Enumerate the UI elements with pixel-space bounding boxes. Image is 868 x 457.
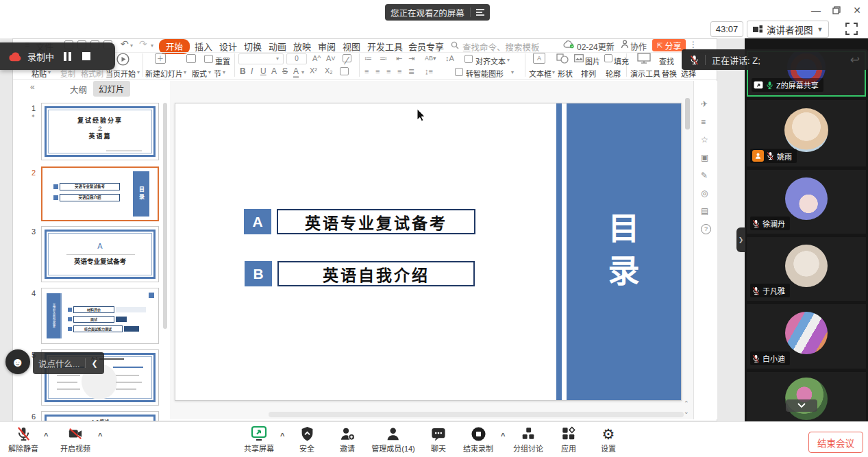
kebab-menu-icon[interactable]: ⋮ [689,40,697,49]
banner-menu-icon[interactable] [476,9,484,16]
char-spacing-button[interactable]: A [271,66,277,76]
ribbon-collapse-caret-icon[interactable]: ▾ [151,42,153,49]
canvas-vscrollbar[interactable] [685,98,690,129]
fill-button[interactable]: 填充 [614,55,629,66]
chat-button[interactable]: 聊天 [431,425,447,454]
resource-icon[interactable]: ◎ [701,188,708,198]
outdent-icon[interactable]: ⇤ [396,54,402,63]
shapes-icon[interactable] [556,53,569,64]
stop-record-icon-button[interactable] [82,52,90,60]
new-slide-icon[interactable]: ＋ [155,53,166,64]
tab-insert[interactable]: 插入 [195,40,212,53]
scroll-more-button[interactable] [786,399,817,412]
slide-thumb-1[interactable]: 复试经验分享 之 英语篇 [41,103,159,160]
participant-tile[interactable]: 白小迪 [747,304,866,369]
chat-bar-collapse-icon[interactable]: ❮ [91,359,97,368]
find-button[interactable]: 查找 [659,55,674,66]
font-size-box[interactable]: 0 [286,53,307,64]
textbox-icon[interactable]: A [533,53,545,64]
superscript-button[interactable]: X² [310,66,317,75]
align-center-icon[interactable]: ≡ [375,67,380,75]
quick-chat-input[interactable]: 说点什么... [38,357,79,370]
tab-devtools[interactable]: 开发工具 [367,40,403,53]
smart-graphic-caret-icon[interactable]: ▾ [511,69,514,75]
tab-view[interactable]: 视图 [343,40,360,53]
tab-animation[interactable]: 动画 [269,40,286,53]
participant-tile[interactable]: 姚雨 [747,100,866,166]
tab-design[interactable]: 设计 [219,40,237,53]
layout-icon[interactable] [186,54,196,63]
slide-thumb-2[interactable]: 目录 英语专业复试备考 英语自我介绍 [41,166,159,221]
justify-icon[interactable]: ≡ [397,67,401,75]
panel-expand-handle[interactable]: ❯ [736,227,745,252]
smart-graphic-button[interactable]: 转智能图形 [466,68,504,79]
unmute-button[interactable]: 解除静音 [8,425,38,454]
watching-banner[interactable]: 您正在观看Z的屏幕 [385,4,490,21]
play-current-icon[interactable] [116,53,129,66]
textbox-button[interactable]: 文本框 [529,68,551,79]
quick-effect-icon[interactable]: ✈ [701,99,708,109]
participant-tile[interactable]: 于凡雅 [747,237,866,301]
outline-button[interactable]: 轮廓 [606,68,621,79]
video-options-chevron[interactable]: ^ [98,432,102,440]
minimize-button[interactable]: — [810,4,822,16]
reset-icon[interactable] [204,55,213,63]
present-tools-icon[interactable] [637,53,651,64]
text-direction-icon[interactable]: AB▾ [425,55,436,62]
distribute-icon[interactable]: ≣ [408,67,414,76]
canvas-hscrollbar[interactable] [269,412,684,417]
tab-review[interactable]: 审阅 [318,40,336,53]
panel-collapse-icon[interactable]: « [30,82,35,92]
line-order-icon[interactable]: ↕A [445,54,454,62]
reading-pane-icon[interactable]: ▤ [701,206,708,216]
line-spacing-icon[interactable]: ↨≡ [425,67,433,75]
font-larger-button[interactable]: A^ [312,54,321,62]
settings-button[interactable]: ⚙ 设置 [601,425,616,454]
unmute-options-chevron[interactable]: ^ [44,432,48,440]
clear-format-icon[interactable]: ∕ [343,54,351,62]
tab-member[interactable]: 会员专享 [408,40,444,53]
animation-pane-icon[interactable]: ☆ [701,135,708,145]
stop-recording-button[interactable]: 结束录制 [463,425,493,454]
quick-chat-bar[interactable]: 说点什么... ❮ [33,352,104,374]
tab-transition[interactable]: 切换 [244,40,262,53]
font-color-caret-icon[interactable]: ▾ [301,69,304,75]
underline-button[interactable]: U [260,66,266,76]
new-slide-button[interactable]: 新建幻灯片 [145,68,183,79]
share-button[interactable]: ⇱ 分享 [652,39,686,51]
shape-button[interactable]: 形状 [558,68,573,79]
section-caret-icon[interactable]: ▾ [223,69,225,75]
subscript-button[interactable]: X₂ [325,66,333,75]
start-video-button[interactable]: 开启视频 [60,425,90,454]
slide[interactable]: 目 录 A 英语专业复试备考 B 英语自我介绍 [175,103,682,401]
bullet-list-icon[interactable]: ≔ [364,54,372,63]
close-button[interactable]: ✕ [851,4,863,16]
layout-button[interactable]: 版式 [192,68,207,79]
align-text-icon[interactable] [464,55,473,63]
play-current-caret-icon[interactable]: ▾ [137,69,140,75]
font-name-caret-icon[interactable]: ▾ [276,55,279,62]
prev-slide-icon[interactable]: ⌃ [684,400,689,407]
participant-tile[interactable] [747,372,866,421]
picture-button[interactable]: 图片 [585,55,600,66]
align-text-caret-icon[interactable]: ▾ [507,57,510,63]
update-label[interactable]: 02-24更新 [577,40,615,52]
replace-button[interactable]: 替换 [662,68,677,79]
number-list-icon[interactable]: ≕ [380,54,387,63]
security-button[interactable]: 安全 [299,425,314,454]
outline-tab[interactable]: 大纲 [70,83,87,96]
share-options-chevron[interactable]: ^ [280,432,284,440]
font-color-button[interactable]: A [293,66,299,78]
apps-button[interactable]: 应用 [561,425,576,454]
participant-tile[interactable]: 徐澜丹 [747,170,866,234]
undo-caret-icon[interactable]: ▾ [130,42,133,49]
redo-icon[interactable]: ↷ [139,38,147,49]
record-options-chevron[interactable]: ^ [501,432,505,440]
slide-thumb-3[interactable]: A 英语专业复试备考 [41,226,159,282]
picture-icon[interactable] [574,54,584,62]
align-left-icon[interactable]: ≡ [364,67,369,75]
bold-button[interactable]: B [240,66,246,76]
reset-button[interactable]: 重置 [215,55,230,66]
textbox-caret-icon[interactable]: ▾ [552,69,555,75]
text-effect-icon[interactable] [340,67,349,75]
